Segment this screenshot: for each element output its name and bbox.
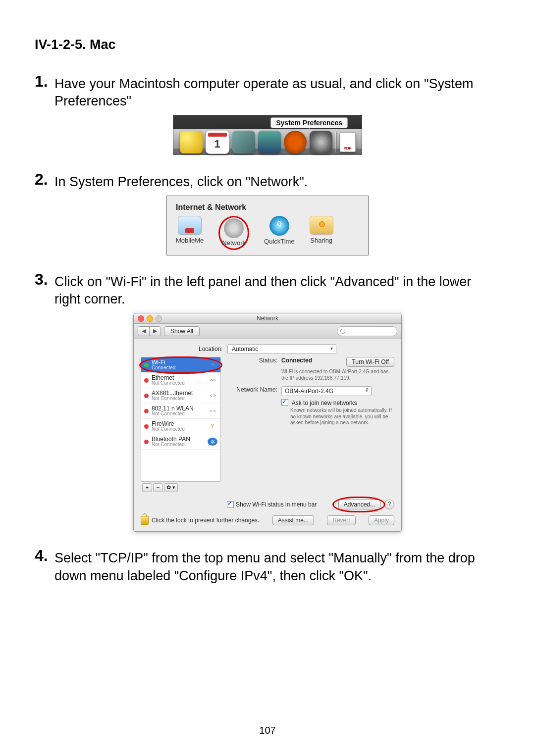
assist-me-button[interactable]: Assist me... <box>272 515 314 525</box>
bluetooth-icon: ✲ <box>208 438 217 446</box>
add-service-button[interactable]: + <box>142 483 152 492</box>
step1-text: Have your Macintosh computer operate as … <box>54 72 500 110</box>
internet-network-panel: Internet & Network MobileMe Network <box>166 196 369 255</box>
dock-divider <box>335 132 337 152</box>
status-dot-green-icon <box>144 363 149 367</box>
service-actions-button[interactable]: ✿ ▾ <box>164 483 178 492</box>
network-name-label: Network Name: <box>228 386 281 393</box>
dock-calendar-icon <box>206 130 229 154</box>
quicktime-icon <box>269 216 289 236</box>
step1-number: 1. <box>35 72 54 110</box>
dock-app-icon <box>258 131 281 153</box>
status-dot-red-icon <box>144 409 149 413</box>
toolbar: ◀▶ Show All <box>134 324 401 339</box>
dock-system-preferences-icon <box>310 131 332 153</box>
lock-icon[interactable] <box>141 516 149 525</box>
sharing-label: Sharing <box>310 237 332 244</box>
help-button[interactable]: ? <box>384 500 394 509</box>
internet-network-title: Internet & Network <box>176 203 359 212</box>
dock-timemachine-icon <box>284 131 307 153</box>
page-number: 107 <box>0 725 535 736</box>
location-select[interactable]: Automatic <box>227 344 336 354</box>
revert-button[interactable]: Revert <box>327 515 355 525</box>
window-titlebar: Network <box>134 313 401 324</box>
quicktime-label: QuickTime <box>264 238 295 245</box>
network-icon <box>224 218 244 238</box>
status-label: Status: <box>228 357 281 364</box>
service-sub: Not Connected <box>152 442 205 447</box>
close-icon[interactable] <box>138 315 144 322</box>
dock-photobooth-icon <box>232 131 255 153</box>
network-name-select[interactable]: OBM-AirPort-2.4G <box>281 386 372 396</box>
window-title: Network <box>257 315 278 322</box>
location-label: Location: <box>199 346 223 353</box>
service-item-ethernet[interactable]: Ethernet Not Connected <box>141 373 220 388</box>
mobileme-item: MobileMe <box>176 216 204 250</box>
network-label: Network <box>222 239 246 247</box>
section-heading: IV-1-2-5. Mac <box>35 37 500 52</box>
advanced-button[interactable]: Advanced... <box>338 500 380 509</box>
search-input[interactable] <box>337 326 397 336</box>
firewire-icon: Y <box>208 422 217 430</box>
status-dot-red-icon <box>144 440 149 444</box>
ask-to-join-desc: Known networks will be joined automatica… <box>290 407 394 426</box>
quicktime-item: QuickTime <box>264 216 295 250</box>
dock-mail-icon <box>180 131 203 153</box>
service-item-ax881[interactable]: AX881...thernet Not Connected <box>141 388 220 403</box>
step2-number: 2. <box>35 170 54 191</box>
network-item-highlight: Network <box>218 216 249 250</box>
minimize-icon[interactable] <box>147 315 153 322</box>
show-all-button[interactable]: Show All <box>164 326 200 336</box>
dock-pdf-icon <box>340 132 356 152</box>
apply-button[interactable]: Apply <box>369 515 394 525</box>
step3-number: 3. <box>35 270 54 308</box>
step2-text: In System Preferences, click on "Network… <box>54 170 500 191</box>
sharing-item: Sharing <box>310 216 333 250</box>
ethernet-icon <box>208 376 217 384</box>
service-item-80211n[interactable]: 802.11 n WLAN Not Connected <box>141 403 220 419</box>
service-sub: Not Connected <box>152 411 205 416</box>
network-prefs-window: Network ◀▶ Show All Location: Automatic <box>133 313 402 532</box>
lock-text: Click the lock to prevent further change… <box>152 517 259 524</box>
dock-tooltip: System Preferences <box>270 117 348 128</box>
service-sub: Connected <box>152 365 205 370</box>
ethernet-icon <box>208 407 217 415</box>
sharing-icon <box>310 216 333 235</box>
zoom-icon[interactable] <box>156 315 162 322</box>
service-sub: Not Connected <box>152 396 205 401</box>
turn-wifi-off-button[interactable]: Turn Wi-Fi Off <box>346 357 394 367</box>
nav-back-forward[interactable]: ◀▶ <box>138 326 161 336</box>
mobileme-icon <box>178 216 202 235</box>
service-item-firewire[interactable]: FireWire Not Connected Y <box>141 419 220 434</box>
remove-service-button[interactable]: − <box>153 483 163 492</box>
ask-to-join-label: Ask to join new networks <box>292 400 357 406</box>
status-dot-red-icon <box>144 378 149 383</box>
status-desc: Wi-Fi is connected to OBM-AirPort-2.4G a… <box>281 369 394 381</box>
service-list[interactable]: Wi-Fi Connected ⌔ Ethernet <box>141 357 221 482</box>
step4-number: 4. <box>35 547 54 584</box>
step4-text: Select "TCP/IP" from the top menu and se… <box>54 547 500 584</box>
mac-dock-figure: System Preferences <box>173 115 362 155</box>
status-dot-red-icon <box>144 424 149 429</box>
mobileme-label: MobileMe <box>176 237 204 244</box>
service-item-wifi[interactable]: Wi-Fi Connected ⌔ <box>141 357 220 373</box>
network-item: Network <box>222 218 246 247</box>
service-sub: Not Connected <box>152 427 205 432</box>
status-dot-red-icon <box>144 394 149 398</box>
step3-text: Click on "Wi-Fi" in the left panel and t… <box>54 270 500 308</box>
status-value: Connected <box>281 357 312 364</box>
service-sub: Not Connected <box>152 381 205 386</box>
service-item-bluetooth-pan[interactable]: Bluetooth PAN Not Connected ✲ <box>141 434 220 450</box>
wifi-icon: ⌔ <box>208 361 217 369</box>
ethernet-icon <box>208 392 217 400</box>
show-menubar-checkbox[interactable] <box>227 501 234 508</box>
ask-to-join-checkbox[interactable] <box>281 399 288 406</box>
show-menubar-label: Show Wi-Fi status in menu bar <box>236 501 317 508</box>
detail-pane: Status: Connected Turn Wi-Fi Off Wi-Fi i… <box>228 357 394 494</box>
